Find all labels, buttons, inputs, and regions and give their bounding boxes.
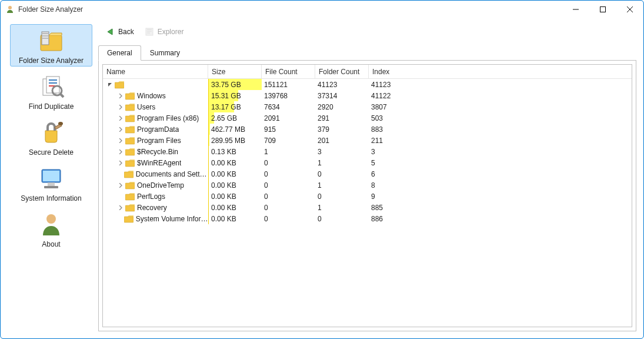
svg-rect-36 <box>124 217 134 222</box>
close-button[interactable] <box>616 1 643 18</box>
table-row[interactable]: $WinREAgent0.00 KB015 <box>103 157 632 168</box>
back-button[interactable]: Back <box>105 27 134 36</box>
sidebar-item-analyzer[interactable]: Folder Size Analyzer <box>10 24 92 67</box>
cell-file: 151121 <box>262 79 315 90</box>
cell-folder: 1 <box>315 157 369 168</box>
table-row[interactable]: Program Files (x86)2.65 GB2091291503 <box>103 112 632 124</box>
name-text: OneDriveTemp <box>137 181 184 190</box>
col-header-label: Name <box>106 68 125 76</box>
cell-name <box>103 79 208 90</box>
col-header-label: Folder Count <box>319 68 359 76</box>
cell-size: 0.00 KB <box>208 202 262 213</box>
about-icon <box>37 211 65 239</box>
name-text: Program Files (x86) <box>137 114 199 122</box>
cell-folder: 0 <box>315 213 369 224</box>
col-header-file[interactable]: File Count <box>262 65 315 78</box>
cell-name: Users <box>103 101 208 112</box>
analyzer-icon <box>37 27 65 55</box>
table-row[interactable]: PerfLogs0.00 KB009 <box>103 191 632 202</box>
minimize-button[interactable] <box>562 1 589 18</box>
cell-index: 883 <box>369 124 422 135</box>
table-row[interactable]: Documents and Settings0.00 KB006 <box>103 168 632 180</box>
tree-expander[interactable] <box>116 136 125 145</box>
duplicate-icon <box>37 73 65 101</box>
folder-icon <box>124 170 134 178</box>
svg-rect-24 <box>115 82 124 88</box>
window-controls <box>562 1 643 18</box>
body: Folder Size Analyzer Find Duplicate <box>1 18 643 338</box>
size-text: 2.65 GB <box>209 114 237 122</box>
cell-size: 2.65 GB <box>208 112 262 124</box>
table-row[interactable]: $Recycle.Bin0.13 KB133 <box>103 146 632 157</box>
cell-file: 1 <box>262 146 315 157</box>
maximize-button[interactable] <box>589 1 616 18</box>
table-row[interactable]: OneDriveTemp0.00 KB018 <box>103 180 632 191</box>
cell-name: OneDriveTemp <box>103 180 208 191</box>
col-header-index[interactable]: Index <box>369 65 422 78</box>
table-row[interactable]: Windows15.31 GB1397683731441122 <box>103 90 632 101</box>
folder-icon <box>125 137 135 145</box>
panel: Name Size File Count Folder Count Index … <box>98 60 636 331</box>
sidebar-item-about[interactable]: About <box>10 208 92 250</box>
tree-expander[interactable] <box>116 125 125 134</box>
window-title: Folder Size Analyzer <box>18 5 83 14</box>
cell-folder: 201 <box>315 135 369 146</box>
sidebar-item-label: Find Duplicate <box>29 102 74 111</box>
tree-expander[interactable] <box>116 102 125 112</box>
cell-folder: 37314 <box>315 90 369 101</box>
app-icon <box>5 5 15 14</box>
sidebar-item-dup[interactable]: Find Duplicate <box>10 70 92 112</box>
col-header-label: File Count <box>265 68 298 76</box>
table-row[interactable]: Program Files289.95 MB709201211 <box>103 135 632 146</box>
cell-file: 139768 <box>262 90 315 101</box>
svg-rect-20 <box>48 182 55 186</box>
cell-size: 0.13 KB <box>208 146 262 157</box>
size-text: 289.95 MB <box>209 137 245 145</box>
tree-expander[interactable] <box>116 203 125 212</box>
table-row[interactable]: Recovery0.00 KB01885 <box>103 202 632 213</box>
cell-file: 0 <box>262 213 315 224</box>
svg-rect-32 <box>124 172 134 178</box>
cell-name: Windows <box>103 90 208 101</box>
tab-general[interactable]: General <box>98 45 141 61</box>
sidebar-item-label: Folder Size Analyzer <box>19 56 84 65</box>
table-row[interactable]: Users13.17 GB763429203807 <box>103 101 632 112</box>
tree-expander[interactable] <box>116 181 125 190</box>
size-text: 0.00 KB <box>209 181 236 190</box>
table-row[interactable]: System Volume Inform...0.00 KB00886 <box>103 213 632 224</box>
tree-expander[interactable] <box>105 80 115 89</box>
sidebar: Folder Size Analyzer Find Duplicate <box>6 22 96 331</box>
system-info-icon <box>37 165 65 193</box>
svg-line-16 <box>60 94 64 97</box>
col-header-name[interactable]: Name <box>103 65 208 78</box>
cell-index: 885 <box>369 202 422 213</box>
secure-delete-icon <box>37 119 65 147</box>
grid-body: 33.75 GB1511214112341123Windows15.31 GB1… <box>103 79 632 327</box>
sidebar-item-secdel[interactable]: Secure Delete <box>10 116 92 158</box>
table-row[interactable]: ProgramData462.77 MB915379883 <box>103 124 632 135</box>
svg-rect-9 <box>42 38 48 39</box>
svg-rect-35 <box>125 205 135 211</box>
tree-expander[interactable] <box>116 158 125 168</box>
table-row[interactable]: 33.75 GB1511214112341123 <box>103 79 632 90</box>
name-text: ProgramData <box>137 125 179 134</box>
col-header-size[interactable]: Size <box>208 65 262 78</box>
cell-size: 289.95 MB <box>208 135 262 146</box>
explorer-button[interactable]: Explorer <box>145 27 184 36</box>
tree-expander[interactable] <box>116 147 125 157</box>
sidebar-item-sysinfo[interactable]: System Information <box>10 162 92 204</box>
folder-icon <box>125 159 135 167</box>
svg-rect-27 <box>125 116 135 122</box>
tab-summary[interactable]: Summary <box>141 45 189 61</box>
tree-expander[interactable] <box>116 114 125 123</box>
tree-expander[interactable] <box>116 91 125 101</box>
cell-folder: 41123 <box>315 79 369 90</box>
cell-index: 503 <box>369 112 422 124</box>
svg-rect-28 <box>125 127 135 133</box>
col-header-folder[interactable]: Folder Count <box>315 65 369 78</box>
name-text: $Recycle.Bin <box>137 148 178 156</box>
folder-icon <box>125 114 135 122</box>
cell-file: 0 <box>262 191 315 202</box>
cell-name: $WinREAgent <box>103 157 208 168</box>
cell-name: System Volume Inform... <box>103 213 208 224</box>
